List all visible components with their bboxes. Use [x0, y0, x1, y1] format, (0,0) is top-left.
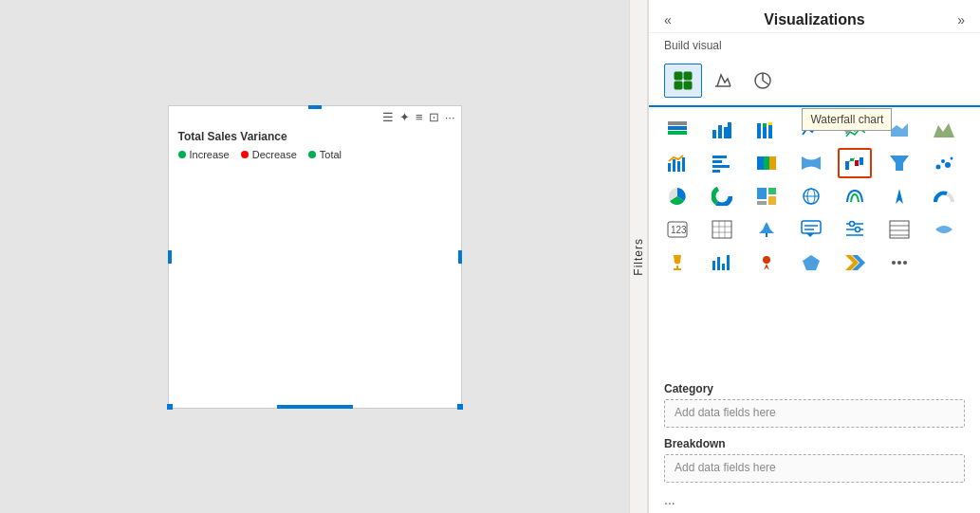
viz-line-chart-2[interactable]: [838, 115, 872, 145]
resize-top[interactable]: [308, 105, 322, 109]
viz-chevrons[interactable]: [838, 247, 872, 278]
svg-rect-81: [712, 261, 715, 270]
forward-arrow-icon[interactable]: »: [957, 12, 965, 27]
svg-point-43: [945, 162, 951, 168]
viz-trophy[interactable]: [660, 247, 694, 278]
viz-map-pin[interactable]: [749, 247, 784, 278]
svg-rect-11: [712, 130, 716, 138]
resize-bottom-right[interactable]: [457, 404, 463, 410]
svg-rect-2: [675, 82, 682, 89]
legend-decrease-label: Decrease: [252, 149, 297, 160]
toolbar-more-icon[interactable]: ···: [445, 110, 455, 124]
viz-scatter-chart[interactable]: [927, 148, 961, 178]
viz-globe[interactable]: [794, 181, 828, 211]
viz-stacked-bar-2[interactable]: [749, 115, 784, 145]
viz-slicer[interactable]: [838, 214, 872, 245]
breakdown-drop-zone[interactable]: Add data fields here: [664, 454, 965, 483]
toolbar-menu-icon[interactable]: ☰: [382, 110, 394, 124]
svg-point-89: [892, 261, 896, 265]
svg-rect-9: [668, 131, 687, 135]
resize-right[interactable]: [458, 250, 462, 264]
svg-rect-83: [722, 264, 725, 270]
viz-100-bar[interactable]: [749, 148, 784, 178]
svg-rect-34: [850, 158, 854, 161]
more-fields: ...: [649, 486, 980, 513]
viz-sparkline[interactable]: [705, 247, 739, 278]
viz-nav-shape[interactable]: [882, 181, 916, 211]
viz-more-options[interactable]: [882, 247, 916, 278]
panel-forward-arrow[interactable]: »: [957, 12, 965, 27]
svg-rect-28: [712, 165, 730, 168]
svg-marker-64: [759, 222, 774, 233]
visual-container[interactable]: ☰ ✦ ≡ ⊡ ··· Total Sales Variance Increas…: [168, 105, 462, 409]
viz-bar-chart-h[interactable]: [705, 148, 739, 178]
build-visual-fields-icon[interactable]: [664, 64, 702, 98]
svg-rect-35: [855, 160, 859, 166]
viz-line-chart[interactable]: [794, 115, 828, 145]
svg-rect-3: [684, 82, 692, 89]
viz-donut-chart[interactable]: [705, 181, 739, 211]
svg-rect-10: [668, 121, 687, 125]
visualizations-panel: « Visualizations » Build visual: [648, 0, 980, 513]
analytics-svg: [753, 71, 772, 90]
resize-bottom-left[interactable]: [167, 404, 173, 410]
back-arrow-icon[interactable]: «: [664, 12, 672, 27]
viz-number-card[interactable]: 123: [660, 214, 694, 245]
panel-back-arrow[interactable]: «: [664, 12, 672, 27]
svg-rect-15: [757, 123, 761, 138]
svg-rect-18: [768, 125, 772, 138]
resize-bottom[interactable]: [277, 405, 353, 409]
panel-header: « Visualizations »: [649, 0, 980, 33]
viz-grid-container: Waterfall chart: [649, 107, 980, 376]
viz-bar-chart[interactable]: [705, 115, 739, 145]
viz-treemap[interactable]: [749, 181, 784, 211]
viz-shape[interactable]: [794, 247, 828, 278]
canvas-area: ☰ ✦ ≡ ⊡ ··· Total Sales Variance Increas…: [0, 0, 629, 513]
svg-marker-86: [803, 255, 820, 270]
viz-arc[interactable]: [838, 181, 872, 211]
svg-point-85: [763, 256, 770, 264]
toolbar-expand-icon[interactable]: ⊡: [429, 110, 439, 124]
viz-kpi[interactable]: [749, 214, 784, 245]
viz-area-chart[interactable]: [882, 115, 916, 145]
resize-left[interactable]: [168, 250, 172, 264]
category-label: Category: [664, 382, 965, 395]
svg-rect-0: [675, 72, 682, 80]
svg-rect-52: [757, 201, 767, 205]
viz-ribbon-chart[interactable]: [794, 148, 828, 178]
build-visual-analytics-icon[interactable]: [744, 64, 782, 98]
viz-mountain-chart[interactable]: [927, 115, 961, 145]
build-visual-format-icon[interactable]: [704, 64, 742, 98]
filters-sidebar[interactable]: Filters: [629, 0, 648, 513]
legend-total: Total: [308, 149, 342, 160]
viz-funnel-chart[interactable]: [882, 148, 916, 178]
viz-flow[interactable]: [927, 214, 961, 245]
svg-rect-17: [763, 123, 767, 127]
legend-total-label: Total: [320, 149, 342, 160]
svg-rect-13: [724, 127, 728, 138]
svg-point-91: [903, 261, 907, 265]
build-visual-icons: [649, 60, 980, 107]
viz-matrix[interactable]: [705, 214, 739, 245]
category-placeholder: Add data fields here: [675, 406, 776, 419]
svg-point-74: [856, 228, 860, 232]
viz-waterfall-chart[interactable]: Waterfall chart: [838, 148, 872, 178]
svg-rect-1: [684, 72, 692, 80]
toolbar-filter-icon[interactable]: ≡: [416, 110, 423, 124]
svg-rect-14: [728, 122, 731, 138]
panel-subtitle: Build visual: [649, 33, 980, 60]
viz-table[interactable]: [882, 214, 916, 245]
viz-combo-chart[interactable]: [660, 148, 694, 178]
category-drop-zone[interactable]: Add data fields here: [664, 399, 965, 428]
toolbar-bookmark-icon[interactable]: ✦: [399, 110, 410, 124]
svg-rect-50: [768, 188, 776, 194]
viz-smart-narrative[interactable]: [794, 214, 828, 245]
svg-rect-82: [717, 257, 720, 270]
svg-rect-49: [757, 188, 767, 199]
svg-marker-21: [934, 123, 954, 137]
viz-gauge[interactable]: [927, 181, 961, 211]
viz-stacked-bar[interactable]: [660, 115, 694, 145]
svg-marker-20: [891, 123, 908, 137]
viz-pie-chart[interactable]: [660, 181, 694, 211]
visual-toolbar: ☰ ✦ ≡ ⊡ ···: [169, 106, 461, 128]
